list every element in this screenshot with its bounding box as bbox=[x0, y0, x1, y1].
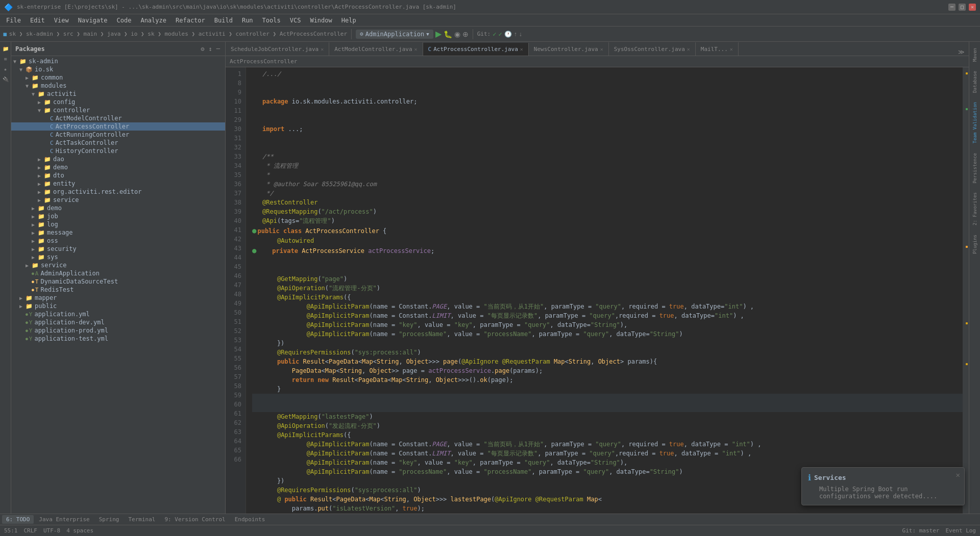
tab-schedulejobcontroller[interactable]: ScheduleJobController.java ✕ bbox=[226, 42, 329, 56]
menu-run[interactable]: Run bbox=[238, 16, 257, 25]
minimize-button[interactable]: ─ bbox=[948, 4, 955, 11]
tree-item-controller[interactable]: ▼ 📁 controller bbox=[11, 106, 225, 114]
tree-item-application-prod-yml[interactable]: ● Y application-prod.yml bbox=[11, 326, 225, 335]
tree-item-actrunningcontroller[interactable]: C ActRunningController bbox=[11, 131, 225, 139]
project-tool-tab[interactable]: 📁 bbox=[1, 44, 10, 53]
tree-item-application-test-yml[interactable]: ● Y application-test.yml bbox=[11, 335, 225, 343]
menu-code[interactable]: Code bbox=[113, 16, 136, 25]
right-tab-persistence[interactable]: Persistence bbox=[971, 149, 979, 188]
code-content[interactable]: /.../ package io.sk.modules.activiti.con… bbox=[246, 67, 963, 514]
tree-item-security[interactable]: ▶ 📁 security bbox=[11, 245, 225, 253]
tree-item-org-activiti[interactable]: ▶ 📁 org.activiti.rest.editor bbox=[11, 188, 225, 196]
status-git[interactable]: Git: master bbox=[902, 527, 940, 534]
close-button[interactable]: ✕ bbox=[969, 4, 976, 11]
tree-item-actmodelcontroller[interactable]: C ActModelController bbox=[11, 114, 225, 122]
tree-item-acttaskcontroller[interactable]: C ActTaskController bbox=[11, 139, 225, 147]
tab-close-icon[interactable]: ✕ bbox=[687, 46, 690, 52]
tree-item-dynamicdatasourcetest[interactable]: ● T DynamicDataSourceTest bbox=[11, 277, 225, 286]
bottom-tab-spring[interactable]: Spring bbox=[95, 515, 124, 524]
bottom-tab-endpoints[interactable]: Endpoints bbox=[231, 515, 270, 524]
tree-item-dao[interactable]: ▶ 📁 dao bbox=[11, 155, 225, 163]
tree-item-demo-activiti[interactable]: ▶ 📁 demo bbox=[11, 163, 225, 171]
menu-edit[interactable]: Edit bbox=[26, 16, 49, 25]
run-config-selector[interactable]: ⚙ AdminApplication ▼ bbox=[356, 30, 433, 39]
tab-close-icon[interactable]: ✕ bbox=[730, 46, 733, 52]
tab-newscontroller[interactable]: NewsController.java ✕ bbox=[529, 42, 609, 56]
panel-settings-icon[interactable]: ⚙ bbox=[200, 44, 205, 54]
structure-tool-tab[interactable]: ≡ bbox=[1, 54, 10, 63]
menu-analyze[interactable]: Analyze bbox=[136, 16, 170, 25]
right-tab-database[interactable]: Database bbox=[971, 67, 979, 97]
tree-item-common[interactable]: ▶ 📁 common bbox=[11, 73, 225, 82]
tree-item-actprocesscontroller[interactable]: C ActProcessController bbox=[11, 122, 225, 131]
tree-item-job[interactable]: ▶ 📁 job bbox=[11, 212, 225, 220]
tree-item-entity[interactable]: ▶ 📁 entity bbox=[11, 180, 225, 188]
status-encoding[interactable]: UTF-8 bbox=[43, 527, 60, 534]
tree-item-public[interactable]: ▶ 📁 public bbox=[11, 302, 225, 310]
status-position[interactable]: 55:1 bbox=[4, 527, 18, 534]
status-indent[interactable]: 4 spaces bbox=[66, 527, 93, 534]
right-tab-team-validation[interactable]: Team Validation bbox=[971, 98, 979, 147]
panel-minimize-icon[interactable]: ─ bbox=[215, 44, 221, 54]
menu-vcs[interactable]: VCS bbox=[286, 16, 305, 25]
tree-item-log[interactable]: ▶ 📁 log bbox=[11, 220, 225, 228]
menu-window[interactable]: Window bbox=[306, 16, 336, 25]
tab-close-icon[interactable]: ✕ bbox=[520, 46, 523, 52]
run-button[interactable]: ▶ bbox=[435, 29, 442, 39]
tree-item-redistest[interactable]: ● T RedisTest bbox=[11, 286, 225, 294]
debug-button[interactable]: 🐛 bbox=[444, 30, 452, 38]
tree-item-dto[interactable]: ▶ 📁 dto bbox=[11, 171, 225, 180]
tree-item-adminapplication[interactable]: ● A AdminApplication bbox=[11, 269, 225, 277]
bottom-tab-terminal[interactable]: Terminal bbox=[124, 515, 159, 524]
bottom-tab-java-enterprise[interactable]: Java Enterprise bbox=[35, 515, 93, 524]
tab-close-icon[interactable]: ✕ bbox=[321, 46, 324, 52]
tab-actprocesscontroller[interactable]: C ActProcessController.java ✕ bbox=[423, 43, 529, 56]
right-tab-plugins[interactable]: Plugins bbox=[971, 231, 979, 258]
status-event-log[interactable]: Event Log bbox=[945, 527, 976, 534]
git-history-button[interactable]: 🕐 bbox=[504, 31, 512, 38]
right-tab-favorites[interactable]: 2: Favorites bbox=[971, 188, 979, 229]
bottom-tab-version-control[interactable]: 9: Version Control bbox=[160, 515, 229, 524]
tree-item-io-sk[interactable]: ▼ 📦 io.sk bbox=[11, 65, 225, 73]
menu-view[interactable]: View bbox=[50, 16, 73, 25]
coverage-button[interactable]: ◉ bbox=[454, 30, 460, 38]
tree-item-modules[interactable]: ▼ 📁 modules bbox=[11, 82, 225, 90]
panel-collapse-icon[interactable]: ↕ bbox=[208, 44, 213, 54]
maximize-button[interactable]: □ bbox=[959, 4, 966, 11]
profile-button[interactable]: ⊕ bbox=[462, 30, 469, 38]
tree-item-sys[interactable]: ▶ 📁 sys bbox=[11, 253, 225, 261]
code-editor[interactable]: 1 8 9 10 11 29 30 31 32 33 34 35 36 37 3… bbox=[226, 67, 969, 514]
tree-item-application-yml[interactable]: ● Y application.yml bbox=[11, 310, 225, 318]
tab-actmodelcontroller[interactable]: ActModelController.java ✕ bbox=[329, 42, 423, 56]
menu-tools[interactable]: Tools bbox=[258, 16, 285, 25]
notification-close-button[interactable]: ✕ bbox=[956, 471, 960, 479]
tree-item-oss[interactable]: ▶ 📁 oss bbox=[11, 237, 225, 245]
tabs-overflow-button[interactable]: ≫ bbox=[954, 48, 969, 56]
tree-item-historycontroller[interactable]: C HistoryController bbox=[11, 147, 225, 155]
menu-build[interactable]: Build bbox=[210, 16, 237, 25]
tree-item-service-activiti[interactable]: ▶ 📁 service bbox=[11, 196, 225, 204]
tree-item-mapper[interactable]: ▶ 📁 mapper bbox=[11, 294, 225, 302]
status-line-sep[interactable]: CRLF bbox=[24, 527, 38, 534]
tree-item-sk-admin[interactable]: ▼ 📁 sk-admin bbox=[11, 57, 225, 65]
tree-item-application-dev-yml[interactable]: ● Y application-dev.yml bbox=[11, 318, 225, 326]
tab-close-icon[interactable]: ✕ bbox=[414, 46, 418, 52]
menu-help[interactable]: Help bbox=[337, 16, 360, 25]
tab-close-icon[interactable]: ✕ bbox=[600, 46, 603, 52]
bottom-tab-todo[interactable]: 6: TODO bbox=[2, 515, 34, 524]
menu-refactor[interactable]: Refactor bbox=[172, 16, 209, 25]
menu-file[interactable]: File bbox=[2, 16, 25, 25]
tree-item-activiti[interactable]: ▼ 📁 activiti bbox=[11, 90, 225, 98]
tab-mailt[interactable]: MailT... ✕ bbox=[696, 42, 739, 56]
menu-navigate[interactable]: Navigate bbox=[74, 16, 112, 25]
tab-sysosscontroller[interactable]: SysOssController.java ✕ bbox=[609, 42, 696, 56]
tree-item-demo-modules[interactable]: ▶ 📁 demo bbox=[11, 204, 225, 212]
tree-item-config[interactable]: ▶ 📁 config bbox=[11, 98, 225, 106]
right-tab-maven[interactable]: Maven bbox=[971, 44, 979, 66]
plugins-tool-tab[interactable]: 🔌 bbox=[1, 74, 10, 84]
git-pull-button[interactable]: ↓ bbox=[519, 31, 522, 38]
tree-item-service-iosk[interactable]: ▶ 📁 service bbox=[11, 261, 225, 269]
tree-item-message[interactable]: ▶ 📁 message bbox=[11, 228, 225, 237]
favorites-tool-tab[interactable]: ★ bbox=[1, 64, 10, 73]
git-push-button[interactable]: ↑ bbox=[514, 31, 517, 38]
